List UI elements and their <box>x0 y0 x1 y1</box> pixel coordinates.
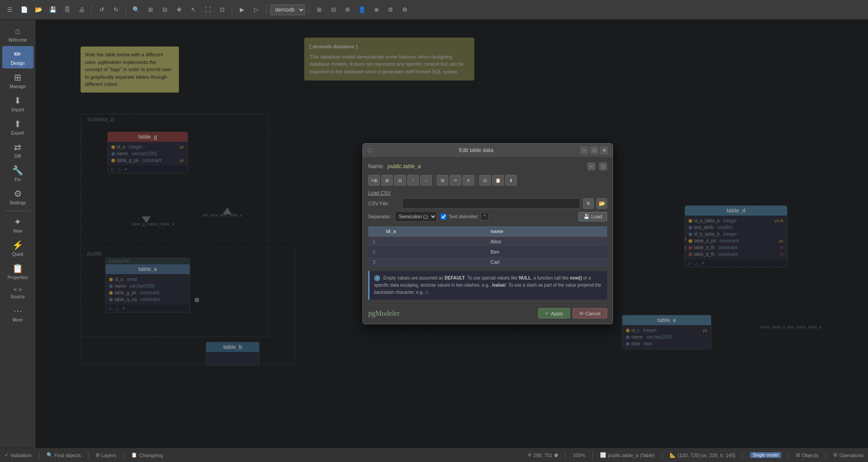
status-sep2 <box>88 452 89 459</box>
cell-id-a[interactable] <box>382 247 486 257</box>
ruler-icon: 📐 <box>670 452 676 458</box>
zoom-value: 100% <box>573 453 585 458</box>
grid-button[interactable]: ⊞ <box>144 4 157 16</box>
add-row-button[interactable]: +⊞ <box>368 175 380 186</box>
sidebar-item-new[interactable]: ✦ New <box>2 214 34 236</box>
edit-table-modal: ⬡ Edit table data − □ ✕ Name: public.tab… <box>362 143 613 324</box>
sidebar-item-settings[interactable]: ⚙ Settings <box>2 186 34 208</box>
zoom-out-button[interactable]: 🔍 <box>130 4 142 16</box>
sidebar: ⌂ Welcome ✏ Design ⊞ Manage ⬇ Import ⬆ E… <box>0 20 36 448</box>
cell-name[interactable]: Ben <box>486 247 607 257</box>
sidebar-item-design[interactable]: ✏ Design <box>2 46 34 68</box>
tb-btn7[interactable]: ⚙ <box>399 4 411 16</box>
move-down-button[interactable]: ↓ <box>420 175 432 186</box>
layers-item[interactable]: ⊞ Layers <box>96 452 116 458</box>
operations-item[interactable]: ⚙ Operations <box>833 452 864 458</box>
col-del-button[interactable]: ✕ <box>463 175 474 186</box>
sidebar-item-new-label: New <box>13 229 22 233</box>
name-back-button[interactable]: ← <box>587 162 596 170</box>
tb-btn5[interactable]: ⊕ <box>370 4 383 16</box>
sidebar-item-diff[interactable]: ⇄ Diff <box>2 139 34 161</box>
crosshair-icon: ✛ <box>528 452 532 458</box>
separator-select[interactable]: Semicolon (;) <box>395 211 437 222</box>
sidebar-item-welcome[interactable]: ⌂ Welcome <box>2 23 34 45</box>
copy-button[interactable]: ⊡ <box>479 175 491 186</box>
sidebar-item-import[interactable]: ⬇ Import <box>2 93 34 115</box>
validation-label: Validation <box>10 453 32 458</box>
del-row-button[interactable]: ⊟ <box>394 175 406 186</box>
changelog-item[interactable]: 📋 Changelog <box>131 452 163 458</box>
col-edit-button[interactable]: ✏ <box>450 175 461 186</box>
row-num: 1 <box>368 237 382 247</box>
sidebar-item-import-label: Import <box>11 107 24 112</box>
table-row[interactable]: 2 Ben <box>368 247 607 257</box>
apply-button[interactable]: ✓ Apply <box>538 308 570 318</box>
db-selector[interactable]: demodb <box>270 4 305 15</box>
open-button[interactable]: 📂 <box>32 4 45 16</box>
csv-browse-button[interactable]: 📂 <box>596 198 607 209</box>
find-icon: 🔍 <box>47 452 53 458</box>
sidebar-item-export[interactable]: ⬆ Export <box>2 116 34 138</box>
undo-button[interactable]: ↺ <box>95 4 108 16</box>
status-sep4 <box>565 452 566 459</box>
csv-export-button[interactable]: ⬇ <box>505 175 517 186</box>
zoom-button[interactable]: ⛶ <box>201 4 214 16</box>
table-row[interactable]: 1 Alice <box>368 237 607 247</box>
modal-close-button[interactable]: ✕ <box>600 146 608 154</box>
csv-file-input[interactable] <box>402 198 580 209</box>
sidebar-item-properties[interactable]: 📋 Properties <box>2 260 34 283</box>
tb-btn2[interactable]: ⊟ <box>327 4 340 16</box>
cell-id-a[interactable] <box>382 257 486 267</box>
name-label: Name: <box>368 163 384 170</box>
name-value: public.table_a <box>387 163 584 170</box>
menu-button[interactable]: ☰ <box>4 4 16 16</box>
sidebar-item-fix[interactable]: 🔧 Fix <box>2 162 34 185</box>
sidebar-item-more[interactable]: ⋯ More <box>2 303 34 325</box>
cell-name[interactable]: Carl <box>486 257 607 267</box>
col-add-button[interactable]: ⊞ <box>437 175 448 186</box>
modal-tb-sep2 <box>477 175 477 186</box>
objects-item[interactable]: ⊞ Objects <box>796 452 818 458</box>
text-delimiter-checkbox[interactable] <box>441 214 447 220</box>
cancel-button[interactable]: ⊘ Cancel <box>573 308 607 318</box>
sidebar-item-properties-label: Properties <box>8 275 28 280</box>
dup-row-button[interactable]: ⊞ <box>381 175 393 186</box>
tb-btn4[interactable]: 👤 <box>356 4 368 16</box>
sidebar-item-diff-label: Diff <box>14 154 21 159</box>
redo-button[interactable]: ↻ <box>110 4 122 16</box>
cell-name[interactable]: Alice <box>486 237 607 247</box>
save-all-button[interactable]: 🗄 <box>61 4 73 16</box>
name-expand-button[interactable]: □ <box>599 162 607 170</box>
csv-clear-button[interactable]: ✕ <box>583 198 594 209</box>
tb-btn3[interactable]: ⚙ <box>341 4 354 16</box>
fit-button[interactable]: ⊡ <box>216 4 228 16</box>
sidebar-item-manage[interactable]: ⊞ Manage <box>2 69 34 92</box>
validation-item[interactable]: ✓ Validation <box>4 452 32 458</box>
sidebar-item-source[interactable]: < > Source <box>2 284 34 302</box>
save-button[interactable]: 💾 <box>47 4 59 16</box>
canvas-area[interactable]: Note the table below with a different co… <box>36 20 868 448</box>
stop-button[interactable]: ▷ <box>250 4 263 16</box>
grid2-button[interactable]: ⊟ <box>158 4 171 16</box>
sidebar-item-quick[interactable]: ⚡ Quick <box>2 237 34 259</box>
modal-minimize-button[interactable]: − <box>580 146 588 154</box>
apply-icon: ✓ <box>545 310 549 316</box>
tb-btn1[interactable]: ⊞ <box>313 4 325 16</box>
move-up-button[interactable]: ↑ <box>407 175 419 186</box>
view-mode-item[interactable]: Single model <box>750 452 781 458</box>
tb-btn6[interactable]: ⚙ <box>384 4 397 16</box>
print-button[interactable]: 🖨 <box>75 4 88 16</box>
table-row[interactable]: 3 Carl <box>368 257 607 267</box>
select-button[interactable]: ↖ <box>187 4 200 16</box>
info-icon: i <box>374 275 380 281</box>
new-button[interactable]: 📄 <box>18 4 30 16</box>
paste-button[interactable]: 📋 <box>492 175 504 186</box>
load-csv-btn[interactable]: 💾 Load <box>579 212 607 221</box>
sidebar-item-source-label: Source <box>11 294 25 299</box>
load-csv-label[interactable]: Load CSV <box>368 190 607 195</box>
play-button[interactable]: ▶ <box>236 4 248 16</box>
find-objects-item[interactable]: 🔍 Find objects <box>47 452 81 458</box>
move-button[interactable]: ✥ <box>173 4 185 16</box>
cell-id-a[interactable] <box>382 237 486 247</box>
modal-restore-button[interactable]: □ <box>590 146 598 154</box>
